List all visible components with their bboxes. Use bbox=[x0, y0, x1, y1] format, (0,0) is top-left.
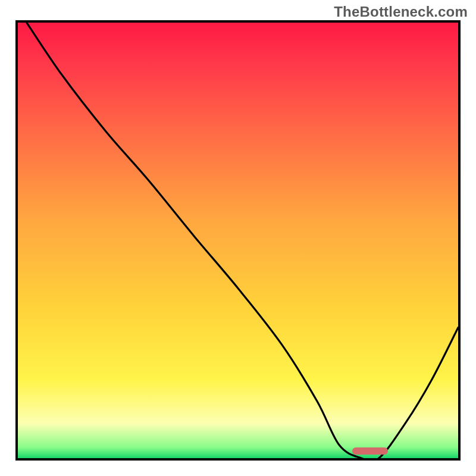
watermark-text: TheBottleneck.com bbox=[334, 4, 468, 20]
curve-svg bbox=[18, 23, 458, 458]
optimal-range-marker bbox=[352, 447, 387, 455]
chart-container: TheBottleneck.com bbox=[0, 0, 476, 476]
bottleneck-curve bbox=[27, 23, 458, 458]
plot-frame bbox=[15, 20, 461, 461]
